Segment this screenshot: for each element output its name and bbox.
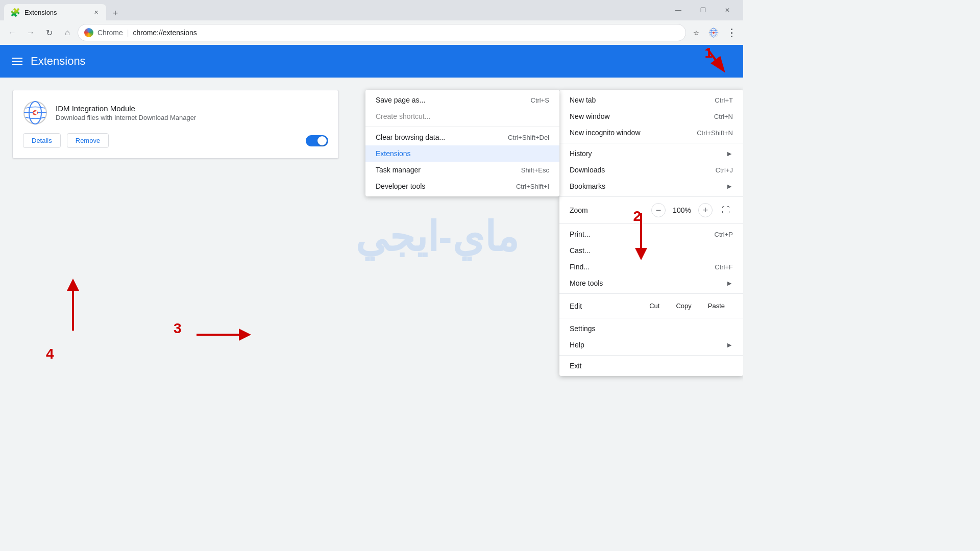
extension-description: Download files with Internet Download Ma… (56, 114, 196, 121)
reload-button[interactable]: ↻ (41, 24, 57, 41)
submenu-extensions[interactable]: Extensions (365, 145, 559, 162)
nav-bar: ← → ↻ ⌂ Chrome | chrome://extensions ☆ (0, 20, 743, 45)
submenu-save-page[interactable]: Save page as... Ctrl+S (365, 92, 559, 108)
menu-item-more-tools[interactable]: More tools ► (559, 275, 743, 291)
minimize-button[interactable]: — (667, 3, 690, 17)
tab-close-button[interactable]: ✕ (92, 8, 100, 16)
title-bar: 🧩 Extensions ✕ + — ❐ ✕ (0, 0, 743, 20)
svg-point-3 (713, 32, 715, 34)
menu-divider-1 (559, 143, 743, 143)
menu-item-help[interactable]: Help ► (559, 337, 743, 353)
submenu-clear-browsing[interactable]: Clear browsing data... Ctrl+Shift+Del (365, 129, 559, 145)
fullscreen-button[interactable]: ⛶ (719, 203, 733, 217)
tab-strip: 🧩 Extensions ✕ + (4, 0, 739, 20)
bookmark-button[interactable]: ☆ (688, 24, 704, 41)
tab-title: Extensions (24, 9, 88, 16)
menu-item-print[interactable]: Print... Ctrl+P (559, 226, 743, 242)
details-button[interactable]: Details (23, 133, 61, 148)
home-button[interactable]: ⌂ (59, 24, 76, 41)
cut-button[interactable]: Cut (641, 299, 668, 313)
address-url: chrome://extensions (133, 29, 197, 37)
menu-item-downloads[interactable]: Downloads Ctrl+J (559, 162, 743, 178)
page-content: Extensions ماي-ايجي my-egy.online (0, 45, 743, 429)
forward-button[interactable]: → (22, 24, 39, 41)
close-button[interactable]: ✕ (716, 3, 739, 17)
zoom-control-row: Zoom − 100% + ⛶ (559, 199, 743, 221)
idm-extension-button[interactable] (705, 24, 722, 41)
extension-card-footer: Details Remove (23, 133, 328, 148)
window-controls: — ❐ ✕ (667, 3, 739, 17)
menu-item-find[interactable]: Find... Ctrl+F (559, 259, 743, 275)
menu-item-new-tab[interactable]: New tab Ctrl+T (559, 92, 743, 108)
submenu-task-manager[interactable]: Task manager Shift+Esc (365, 162, 559, 178)
tab-icon: 🧩 (10, 8, 20, 17)
paste-button[interactable]: Paste (700, 299, 733, 313)
extensions-page-title: Extensions (31, 55, 86, 68)
chrome-menu: New tab Ctrl+T New window Ctrl+N New inc… (559, 90, 743, 376)
toggle-circle (317, 136, 327, 145)
submenu-developer-tools[interactable]: Developer tools Ctrl+Shift+I (365, 178, 559, 194)
menu-item-new-window[interactable]: New window Ctrl+N (559, 108, 743, 124)
menu-item-bookmarks[interactable]: Bookmarks ► (559, 178, 743, 194)
extension-toggle[interactable] (306, 135, 328, 146)
zoom-value: 100% (672, 206, 692, 214)
address-bar[interactable]: Chrome | chrome://extensions (78, 24, 686, 41)
active-tab[interactable]: 🧩 Extensions ✕ (4, 4, 106, 20)
menu-divider-2 (559, 196, 743, 197)
remove-button[interactable]: Remove (67, 133, 109, 148)
site-security-icon (84, 28, 93, 37)
menu-item-incognito[interactable]: New incognito window Ctrl+Shift+N (559, 124, 743, 141)
menu-divider-6 (559, 355, 743, 356)
menu-button[interactable]: ⋮ (723, 24, 739, 41)
submenu-divider (365, 127, 559, 127)
address-separator: | (127, 29, 129, 37)
menu-item-cast[interactable]: Cast... (559, 242, 743, 259)
submenu-create-shortcut[interactable]: Create shortcut... (365, 108, 559, 124)
menu-divider-4 (559, 293, 743, 294)
extension-card-header: IDM Integration Module Download files wi… (23, 101, 328, 125)
extension-name: IDM Integration Module (56, 104, 196, 113)
menu-divider-3 (559, 223, 743, 224)
new-tab-button[interactable]: + (108, 6, 122, 20)
hamburger-menu[interactable] (12, 58, 22, 65)
more-tools-submenu: Save page as... Ctrl+S Create shortcut..… (365, 90, 559, 196)
nav-right-actions: ☆ ⋮ (688, 24, 739, 41)
menu-item-history[interactable]: History ► (559, 145, 743, 162)
extension-logo (23, 101, 47, 125)
extensions-header: Extensions (0, 45, 743, 78)
extension-info: IDM Integration Module Download files wi… (56, 104, 196, 121)
address-brand: Chrome (97, 29, 123, 37)
menu-divider-5 (559, 318, 743, 318)
extension-card: IDM Integration Module Download files wi… (12, 90, 339, 159)
copy-button[interactable]: Copy (668, 299, 699, 313)
edit-row: Edit Cut Copy Paste (559, 296, 743, 316)
browser-frame: 🧩 Extensions ✕ + — ❐ ✕ ← → ↻ ⌂ Chrome | … (0, 0, 743, 429)
zoom-out-button[interactable]: − (651, 203, 666, 217)
menu-item-exit[interactable]: Exit (559, 358, 743, 374)
back-button[interactable]: ← (4, 24, 20, 41)
zoom-controls: − 100% + ⛶ (651, 203, 733, 217)
menu-item-settings[interactable]: Settings (559, 320, 743, 337)
zoom-in-button[interactable]: + (698, 203, 713, 217)
maximize-button[interactable]: ❐ (691, 3, 715, 17)
